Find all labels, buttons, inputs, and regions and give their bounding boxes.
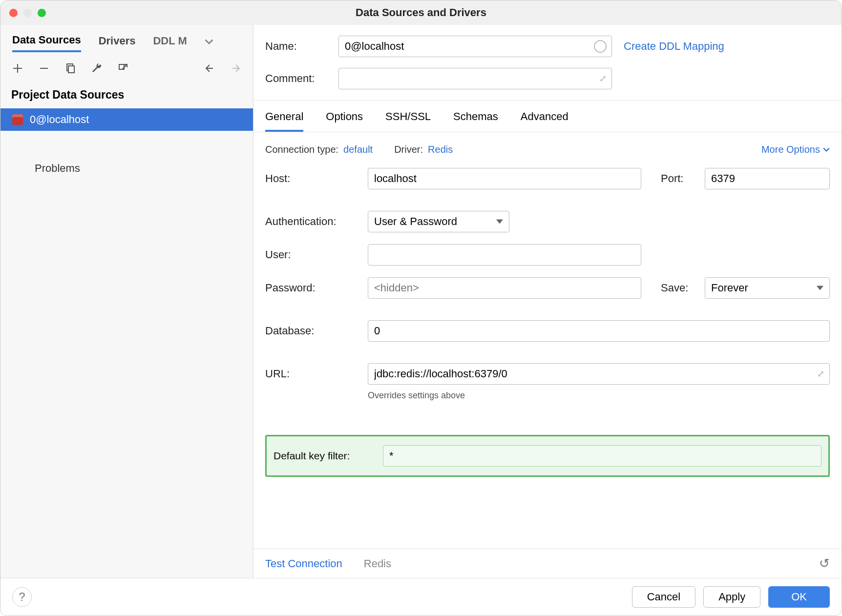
connection-type-link[interactable]: default	[343, 144, 373, 155]
driver-status: Redis	[364, 557, 391, 570]
dialog-window: Data Sources and Drivers Data Sources Dr…	[0, 0, 842, 616]
auth-select[interactable]: User & Password	[368, 211, 509, 232]
wrench-icon[interactable]	[90, 62, 103, 75]
user-label: User:	[265, 248, 368, 261]
sidebar-problems[interactable]: Problems	[0, 150, 253, 186]
traffic-lights	[9, 9, 46, 17]
save-label: Save:	[661, 282, 705, 294]
create-ddl-mapping-link[interactable]: Create DDL Mapping	[624, 40, 724, 53]
data-source-item-label: 0@localhost	[30, 113, 89, 126]
remove-icon[interactable]	[38, 62, 50, 75]
name-input[interactable]	[338, 36, 612, 57]
redis-icon	[12, 114, 23, 125]
port-label: Port:	[661, 172, 705, 185]
sidebar-tabs: Data Sources Drivers DDL M	[0, 25, 253, 58]
color-indicator-icon[interactable]	[594, 40, 607, 53]
driver-label: Driver:	[394, 144, 423, 155]
minimize-window-icon[interactable]	[23, 9, 32, 17]
tab-general[interactable]: General	[265, 110, 303, 132]
apply-button[interactable]: Apply	[703, 586, 760, 608]
more-options-link[interactable]: More Options	[761, 144, 830, 155]
default-key-filter-row: Default key filter:	[265, 435, 830, 477]
name-label: Name:	[265, 40, 338, 53]
sidebar: Data Sources Drivers DDL M	[0, 25, 253, 578]
make-global-icon[interactable]	[117, 62, 129, 75]
filter-input[interactable]	[383, 445, 821, 467]
auth-label: Authentication:	[265, 215, 368, 228]
cancel-button[interactable]: Cancel	[632, 586, 695, 608]
tab-sshssl[interactable]: SSH/SSL	[385, 110, 431, 132]
reset-icon[interactable]: ↺	[819, 556, 830, 571]
comment-label: Comment:	[265, 72, 338, 85]
add-icon[interactable]	[11, 62, 24, 75]
ok-button[interactable]: OK	[768, 586, 830, 608]
database-label: Database:	[265, 325, 368, 337]
connection-type-label: Connection type:	[265, 144, 338, 155]
tab-data-sources[interactable]: Data Sources	[12, 34, 81, 52]
undo-icon[interactable]	[203, 62, 216, 75]
redo-icon	[230, 62, 242, 75]
lowerbar: Test Connection Redis ↺	[253, 549, 842, 578]
tab-ddl-mappings[interactable]: DDL M	[153, 35, 187, 51]
titlebar: Data Sources and Drivers	[0, 0, 842, 25]
user-input[interactable]	[368, 244, 641, 266]
url-input[interactable]: ⤢	[368, 363, 830, 385]
url-label: URL:	[265, 368, 368, 380]
svg-rect-1	[68, 66, 74, 73]
driver-link[interactable]: Redis	[428, 144, 453, 155]
tab-advanced[interactable]: Advanced	[521, 110, 568, 132]
tab-options[interactable]: Options	[326, 110, 363, 132]
host-label: Host:	[265, 172, 368, 185]
host-input[interactable]	[368, 168, 641, 189]
save-select[interactable]: Forever	[705, 277, 830, 299]
window-title: Data Sources and Drivers	[356, 6, 486, 19]
close-window-icon[interactable]	[9, 9, 18, 17]
comment-input[interactable]: ⤢	[338, 68, 612, 89]
duplicate-icon[interactable]	[64, 62, 77, 75]
footer: ? Cancel Apply OK	[0, 578, 842, 616]
test-connection-link[interactable]: Test Connection	[265, 557, 342, 570]
maximize-window-icon[interactable]	[38, 9, 46, 17]
sidebar-section-title: Project Data Sources	[0, 82, 253, 108]
database-input[interactable]	[368, 320, 830, 342]
chevron-down-icon[interactable]	[205, 37, 213, 49]
data-source-item[interactable]: 0@localhost	[0, 108, 253, 131]
tab-drivers[interactable]: Drivers	[99, 35, 136, 51]
password-input[interactable]	[368, 277, 641, 299]
detail-tabs: General Options SSH/SSL Schemas Advanced	[253, 101, 842, 132]
password-label: Password:	[265, 282, 368, 294]
tab-schemas[interactable]: Schemas	[453, 110, 498, 132]
sidebar-toolbar	[0, 58, 253, 82]
main-panel: Name: Create DDL Mapping Comment: ⤢	[253, 25, 842, 578]
help-button[interactable]: ?	[12, 587, 32, 607]
url-hint: Overrides settings above	[368, 390, 465, 401]
filter-label: Default key filter:	[274, 450, 383, 462]
port-input[interactable]	[705, 168, 830, 189]
